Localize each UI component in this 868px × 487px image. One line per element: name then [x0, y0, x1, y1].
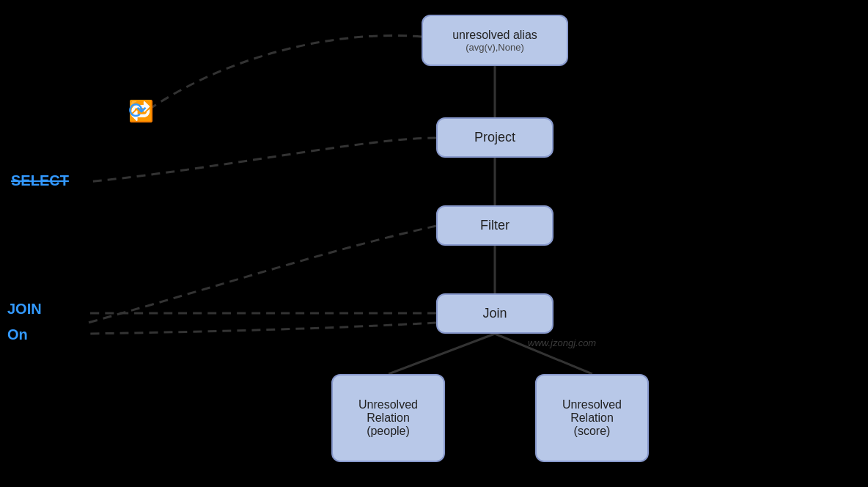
node-filter: Filter	[436, 205, 553, 246]
on-label: On	[7, 326, 28, 343]
node-unresolved-alias-subtitle: (avg(v),None)	[466, 42, 523, 53]
node-unresolved-alias-label: unresolved alias	[452, 29, 537, 42]
node-unresolved-score-label: Unresolved Relation (score)	[562, 398, 622, 438]
node-project: Project	[436, 117, 553, 158]
node-unresolved-people: Unresolved Relation (people)	[331, 374, 445, 462]
node-project-label: Project	[474, 130, 515, 145]
watermark: www.jzongj.com	[528, 337, 596, 348]
node-unresolved-people-label: Unresolved Relation (people)	[358, 398, 418, 438]
node-join: Join	[436, 293, 553, 334]
diagram-container: 🔁 ⟳ unresolved alias (avg(v),None) Proje…	[0, 0, 868, 487]
join-label: JOIN	[7, 301, 42, 318]
svg-line-3	[389, 334, 495, 374]
on-text: On	[7, 326, 28, 343]
cycle-icon: ⟳	[128, 98, 147, 123]
node-filter-label: Filter	[480, 218, 510, 233]
node-unresolved-alias: unresolved alias (avg(v),None)	[422, 15, 568, 66]
watermark-text: www.jzongj.com	[528, 337, 596, 348]
select-label: SELECT	[11, 172, 69, 189]
select-text: SELECT	[11, 172, 69, 188]
node-unresolved-score: Unresolved Relation (score)	[535, 374, 649, 462]
join-text: JOIN	[7, 301, 42, 317]
node-join-label: Join	[482, 306, 507, 321]
